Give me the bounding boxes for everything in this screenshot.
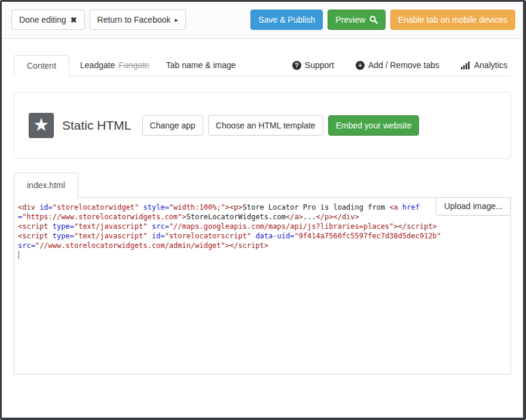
tab-name-image-label: Tab name & image [166, 60, 236, 70]
save-publish-button[interactable]: Save & Publish [250, 10, 323, 30]
text-cursor [19, 251, 19, 259]
code-line [18, 250, 507, 260]
support-label: Support [305, 60, 334, 70]
code-line: <div id="storelocatorwidget" style="widt… [18, 203, 507, 212]
main-content: Content LeadgateFangate Tab name & image… [2, 54, 523, 375]
code-line: <script type="text/javascript" src="//ma… [18, 222, 507, 231]
code-line: <script type="text/javascript" id="store… [18, 231, 507, 241]
upload-image-label: Upload image... [444, 201, 503, 211]
code-line: src="//www.storelocatorwidgets.com/admin… [18, 241, 507, 250]
tab-content[interactable]: Content [14, 55, 69, 76]
toolbar-right-group: Save & Publish Preview Enable tab on mob… [250, 10, 515, 30]
code-area[interactable]: <div id="storelocatorwidget" style="widt… [14, 198, 510, 374]
file-tab-label: index.html [27, 180, 65, 190]
change-app-label: Change app [150, 119, 195, 131]
upload-image-button[interactable]: Upload image... [436, 197, 511, 216]
add-remove-tabs-label: Add / Remove tabs [368, 60, 439, 70]
plus-circle-icon: + [356, 61, 365, 70]
choose-template-label: Choose an HTML template [216, 119, 316, 131]
editor-box: Upload image... <div id="storelocatorwid… [14, 197, 511, 375]
top-toolbar: Done editing ✖ Return to Facebook ▸ Save… [2, 2, 523, 39]
preview-label: Preview [335, 14, 365, 26]
preview-button[interactable]: Preview [328, 10, 386, 30]
code-editor-section: index.html Upload image... <div id="stor… [14, 173, 511, 375]
nav-tabs: Content LeadgateFangate Tab name & image… [14, 54, 511, 76]
tab-leadgate[interactable]: LeadgateFangate [80, 60, 149, 70]
app-window: Done editing ✖ Return to Facebook ▸ Save… [0, 0, 526, 420]
add-remove-tabs-link[interactable]: + Add / Remove tabs [356, 60, 439, 70]
code-line: ="https://www.storelocatorwidgets.com">S… [18, 212, 507, 222]
question-circle-icon: ? [292, 61, 301, 70]
tab-leadgate-label: Leadgate [80, 60, 115, 70]
caret-right-icon: ▸ [175, 17, 179, 23]
tab-name-and-image[interactable]: Tab name & image [166, 60, 236, 70]
tab-fangate-strikethrough-label: Fangate [118, 60, 149, 70]
embed-website-label: Embed your website [336, 119, 412, 131]
nav-right-links: ? Support + Add / Remove tabs [292, 54, 511, 76]
analytics-link[interactable]: Analytics [461, 60, 507, 70]
embed-website-button[interactable]: Embed your website [328, 115, 420, 136]
done-editing-label: Done editing [19, 14, 66, 26]
search-icon [369, 16, 378, 24]
star-app-icon: ★ [29, 113, 54, 138]
analytics-label: Analytics [474, 60, 507, 70]
enable-mobile-label: Enable tab on mobile devices [398, 14, 507, 26]
toolbar-left-group: Done editing ✖ Return to Facebook ▸ [11, 10, 186, 30]
bar-chart-icon [461, 62, 470, 69]
support-link[interactable]: ? Support [292, 60, 334, 70]
return-to-facebook-label: Return to Facebook [97, 14, 171, 26]
app-panel: ★ Static HTML Change app Choose an HTML … [14, 92, 511, 159]
tab-content-label: Content [27, 61, 56, 70]
file-tab-index-html[interactable]: index.html [14, 173, 78, 198]
enable-mobile-button[interactable]: Enable tab on mobile devices [390, 10, 515, 30]
save-publish-label: Save & Publish [258, 14, 315, 26]
return-to-facebook-button[interactable]: Return to Facebook ▸ [90, 10, 186, 30]
done-editing-button[interactable]: Done editing ✖ [11, 10, 85, 30]
app-panel-buttons: Change app Choose an HTML template Embed… [142, 115, 420, 136]
app-title: Static HTML [62, 118, 132, 133]
close-icon: ✖ [71, 16, 77, 24]
change-app-button[interactable]: Change app [142, 115, 203, 136]
choose-html-template-button[interactable]: Choose an HTML template [208, 115, 323, 136]
